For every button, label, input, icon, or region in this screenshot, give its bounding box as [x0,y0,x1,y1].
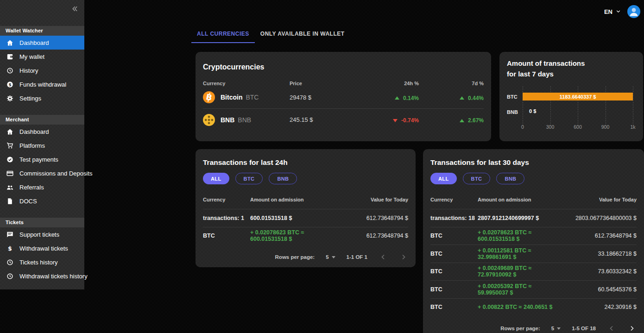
sidebar-item-merchant-dashboard[interactable]: Dashboard [0,125,84,138]
coin-price: 29478 $ [290,94,354,101]
bar-chart: BTC 1183.6640337 $ BNB 0 $ 0 300 600 900… [507,89,636,132]
home-icon [6,39,13,46]
bnb-icon [203,114,215,126]
btc-bar-value: 1183.6640337 $ [560,94,596,100]
change-7d: 0.44% [468,95,484,101]
transactions-24h-card: Transactions for last 24h ALL BTC BNB Cu… [196,149,416,267]
row-amount: + 0.00112581 BTC ≈ 32.99861691 $ [478,247,562,260]
crypto-row-bitcoin[interactable]: B BitcoinBTC 29478 $ 0.14% 0.44% [203,86,484,108]
table-row[interactable]: BTC + 0.00112581 BTC ≈ 32.99861691 $ 33.… [430,245,637,263]
table-row[interactable]: BTC + 0.02078623 BTC ≈ 600.01531518 $ 61… [430,227,637,245]
row-amount: + 0.00249689 BTC ≈ 72.97910092 $ [478,265,562,278]
down-triangle-icon [393,119,398,122]
coin-price: 245.15 $ [290,116,354,123]
row-value: 612.73648794 $ [562,232,637,239]
col-currency: Currency [203,197,250,202]
coin-name: BNB [221,116,234,124]
filter-all-button[interactable]: ALL [203,173,229,184]
sidebar-item-label: DOCS [19,198,37,205]
sidebar-top-row [0,0,84,18]
table-row[interactable]: transactions: 18 2807.9121240699997 $ 28… [430,209,637,227]
sidebar-item-commissions[interactable]: Commissions and Deposits [0,166,84,180]
language-selector[interactable]: EN [604,7,621,16]
tab-only-available-in-wallet[interactable]: ONLY AVAILABLE IN WALLET [255,27,350,43]
sidebar-item-withdrawal-tickets-history[interactable]: Withdrawal tickets history [0,269,84,283]
col-24h: 24h % [354,81,419,86]
filter-all-button[interactable]: ALL [430,173,457,184]
next-page-button[interactable] [627,324,637,333]
row-currency: BTC [430,304,478,310]
col-amount: Amount on admission [478,197,562,202]
prev-page-button[interactable] [607,324,616,333]
cryptocurrencies-card: Cryptocurrencies Currency Price 24h % 7d… [196,52,491,141]
card-title: Transactions for last 30 days [430,158,637,167]
row-value: 33.18662718 $ [562,251,637,257]
rows-per-page-select[interactable]: 5 [326,254,335,260]
sidebar-item-withdrawal-tickets[interactable]: $ Withdrawal tickets [0,241,84,255]
sidebar-item-tickets-history[interactable]: Tickets history [0,255,84,269]
row-amount: + 0.02078623 BTC ≈ 600.01531518 $ [478,229,562,242]
row-value: 73.60332342 $ [562,268,637,275]
document-icon [6,197,13,205]
sidebar: Wallet Watcher Dashboard My wallet Histo… [0,0,84,289]
table-row[interactable]: BTC + 0.00205392 BTC ≈ 59.9950037 $ 60.5… [430,280,637,298]
currency-filter-chips: ALL BTC BNB [203,173,408,184]
caret-down-icon [557,327,561,330]
sidebar-item-support-tickets[interactable]: Support tickets [0,227,84,241]
currency-tabs: ALL CURRENCIES ONLY AVAILABLE IN WALLET [191,27,350,43]
col-value: Value for Today [334,197,408,202]
tx-table-header: Currency Amount on admission Value for T… [430,197,637,209]
row-value: 242.30916 $ [562,304,637,310]
chart-title-line1: Amount of transactions [507,58,636,69]
filter-bnb-button[interactable]: BNB [496,173,524,184]
chevron-down-icon [616,7,621,16]
sidebar-item-dashboard[interactable]: Dashboard [0,36,84,50]
rows-per-page-select[interactable]: 5 [551,326,561,331]
cart-icon [6,142,13,149]
table-row[interactable]: BTC + 0.00822 BTC ≈ 240.0651 $ 242.30916… [430,298,637,316]
topbar-right: EN [604,5,640,18]
x-tick: 0 [521,124,524,130]
next-page-button[interactable] [399,252,408,262]
sidebar-item-docs[interactable]: DOCS [0,194,84,208]
prev-page-button[interactable] [379,252,388,262]
sidebar-item-funds-withdrawal[interactable]: $ Funds withdrawal [0,77,84,91]
row-amount: 2807.9121240699997 $ [478,215,562,221]
filter-btc-button[interactable]: BTC [463,173,491,184]
currency-filter-chips: ALL BTC BNB [430,173,637,184]
table-row[interactable]: BTC + 0.02078623 BTC ≈ 600.01531518 $ 61… [203,227,408,245]
tab-all-currencies[interactable]: ALL CURRENCIES [191,27,255,43]
filter-bnb-button[interactable]: BNB [269,173,297,184]
coin-name: Bitcoin [221,94,242,101]
x-tick: 1k [630,124,635,130]
credit-card-icon [6,170,13,177]
table-row[interactable]: transactions: 1 600.01531518 $ 612.73648… [203,209,408,227]
rows-per-page-label: Rows per page: [500,326,540,331]
row-amount: 600.01531518 $ [250,215,334,221]
filter-btc-button[interactable]: BTC [235,173,263,184]
sidebar-item-history[interactable]: History [0,63,84,77]
change-24h: -0.74% [401,117,419,124]
sidebar-item-label: My wallet [19,53,44,60]
btc-bar[interactable]: 1183.6640337 $ [523,93,633,101]
sidebar-item-settings[interactable]: Settings [0,91,84,105]
user-avatar[interactable] [627,5,640,18]
chat-icon [6,231,13,238]
coin-symbol: BNB [238,116,251,124]
dollar-icon: $ [6,245,13,252]
sidebar-item-referrals[interactable]: Referrals [0,180,84,194]
collapse-sidebar-icon[interactable] [70,5,79,13]
row-value: 60.54545376 $ [562,286,637,293]
sidebar-item-platforms[interactable]: Platforms [0,138,84,152]
table-row[interactable]: BTC + 0.00249689 BTC ≈ 72.97910092 $ 73.… [430,263,637,281]
pagination-range: 1-5 OF 18 [572,326,596,331]
sidebar-item-my-wallet[interactable]: My wallet [0,50,84,63]
wallet-icon [6,53,13,60]
rows-per-page-label: Rows per page: [275,254,315,260]
home-icon [6,128,13,135]
bitcoin-icon: B [203,91,215,103]
crypto-row-bnb[interactable]: BNBBNB 245.15 $ -0.74% 2.67% [203,108,484,131]
language-label: EN [604,8,612,15]
up-triangle-icon [460,96,464,100]
sidebar-item-test-payments[interactable]: Test payments [0,152,84,166]
